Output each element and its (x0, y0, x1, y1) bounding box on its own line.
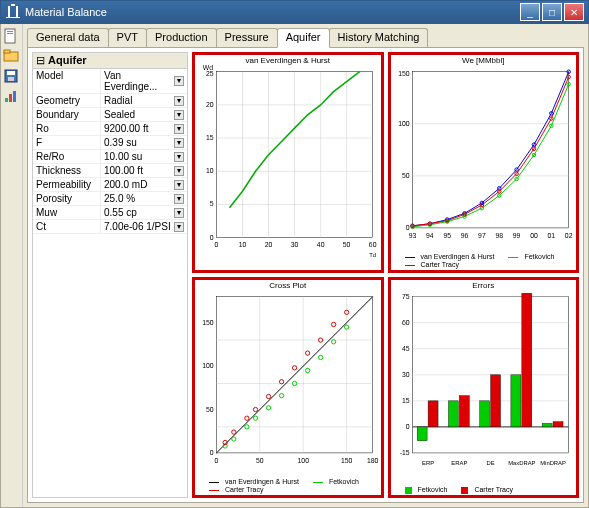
property-row[interactable]: Porosity25.0 %▾ (33, 192, 187, 206)
svg-text:150: 150 (398, 70, 410, 77)
dropdown-icon[interactable]: ▾ (174, 124, 184, 134)
svg-text:MinDRAP: MinDRAP (540, 460, 566, 466)
svg-text:99: 99 (512, 232, 520, 239)
chart-cross-plot[interactable]: Cross Plot 050100150 (195, 280, 381, 495)
property-name: Permeability (33, 178, 101, 191)
property-value[interactable]: 7.00e-06 1/PSI▾ (101, 220, 187, 233)
property-value[interactable]: Sealed▾ (101, 108, 187, 121)
svg-point-122 (305, 351, 309, 355)
svg-text:20: 20 (206, 101, 214, 108)
svg-text:Td: Td (369, 252, 376, 258)
tab-pvt[interactable]: PVT (108, 28, 147, 47)
tab-aquifer[interactable]: Aquifer (277, 28, 330, 48)
svg-text:100: 100 (398, 120, 410, 127)
minimize-button[interactable]: _ (520, 3, 540, 21)
property-row[interactable]: Re/Ro10.00 su▾ (33, 150, 187, 164)
dropdown-icon[interactable]: ▾ (174, 110, 184, 120)
svg-rect-138 (459, 396, 469, 427)
chart-frame-crossplot: Cross Plot 050100150 (192, 277, 384, 498)
tab-pressure[interactable]: Pressure (216, 28, 278, 47)
svg-text:30: 30 (401, 371, 409, 378)
property-row[interactable]: BoundarySealed▾ (33, 108, 187, 122)
chart-van-everdingen-hurst[interactable]: van Everdingen & Hurst (195, 55, 381, 270)
svg-text:0: 0 (215, 457, 219, 464)
chart-legend: van Everdingen & Hurst Fetkovich Carter … (405, 253, 575, 269)
dropdown-icon[interactable]: ▾ (174, 166, 184, 176)
svg-text:60: 60 (401, 319, 409, 326)
svg-text:150: 150 (341, 457, 353, 464)
svg-point-117 (245, 416, 249, 420)
svg-text:10: 10 (239, 241, 247, 248)
tab-production[interactable]: Production (146, 28, 217, 47)
svg-text:60: 60 (369, 241, 377, 248)
title-bar: Material Balance _ □ ✕ (0, 0, 589, 24)
property-name: F (33, 136, 101, 149)
property-row[interactable]: Permeability200.0 mD▾ (33, 178, 187, 192)
save-icon[interactable] (3, 68, 19, 84)
property-row[interactable]: GeometryRadial▾ (33, 94, 187, 108)
property-name: Porosity (33, 192, 101, 205)
svg-text:15: 15 (401, 397, 409, 404)
chart-title: We [MMbbl] (391, 56, 577, 65)
dropdown-icon[interactable]: ▾ (174, 208, 184, 218)
property-row[interactable]: Thickness100.00 ft▾ (33, 164, 187, 178)
svg-rect-144 (553, 422, 563, 427)
dropdown-icon[interactable]: ▾ (174, 152, 184, 162)
svg-rect-140 (490, 375, 500, 427)
svg-text:100: 100 (202, 362, 214, 369)
svg-text:10: 10 (206, 167, 214, 174)
svg-rect-2 (6, 17, 20, 18)
property-value[interactable]: 10.00 su▾ (101, 150, 187, 163)
document-icon[interactable] (3, 28, 19, 44)
property-value[interactable]: 200.0 mD▾ (101, 178, 187, 191)
dropdown-icon[interactable]: ▾ (174, 180, 184, 190)
chart-icon[interactable] (3, 88, 19, 104)
close-button[interactable]: ✕ (564, 3, 584, 21)
property-row[interactable]: Ct7.00e-06 1/PSI▾ (33, 220, 187, 234)
property-row[interactable]: Muw0.55 cp▾ (33, 206, 187, 220)
property-row[interactable]: F0.39 su▾ (33, 136, 187, 150)
property-grid[interactable]: Aquifer ModelVan Everdinge...▾GeometryRa… (32, 52, 188, 498)
svg-text:98: 98 (495, 232, 503, 239)
svg-text:20: 20 (265, 241, 273, 248)
property-value[interactable]: 9200.00 ft▾ (101, 122, 187, 135)
dropdown-icon[interactable]: ▾ (174, 222, 184, 232)
property-row[interactable]: Ro9200.00 ft▾ (33, 122, 187, 136)
property-name: Geometry (33, 94, 101, 107)
dropdown-icon[interactable]: ▾ (174, 96, 184, 106)
svg-text:97: 97 (478, 232, 486, 239)
svg-text:40: 40 (317, 241, 325, 248)
property-value[interactable]: Van Everdinge...▾ (101, 69, 187, 93)
svg-text:DE: DE (486, 460, 494, 466)
folder-icon[interactable] (3, 48, 19, 64)
svg-rect-136 (428, 401, 438, 427)
svg-text:100: 100 (298, 457, 310, 464)
sidebar-toolbar (1, 24, 23, 507)
svg-text:15: 15 (206, 134, 214, 141)
tab-general-data[interactable]: General data (27, 28, 109, 47)
svg-text:93: 93 (408, 232, 416, 239)
chart-errors[interactable]: Errors -1501530456075 ERPERAPDEMaxDRAPMi… (391, 280, 577, 495)
property-value[interactable]: 25.0 %▾ (101, 192, 187, 205)
property-value[interactable]: 100.00 ft▾ (101, 164, 187, 177)
property-value[interactable]: 0.39 su▾ (101, 136, 187, 149)
maximize-button[interactable]: □ (542, 3, 562, 21)
dropdown-icon[interactable]: ▾ (174, 76, 184, 86)
chart-frame-veh: van Everdingen & Hurst (192, 52, 384, 273)
svg-text:75: 75 (401, 293, 409, 300)
property-section-header[interactable]: Aquifer (33, 53, 187, 69)
dropdown-icon[interactable]: ▾ (174, 194, 184, 204)
tab-history-matching[interactable]: History Matching (329, 28, 429, 47)
chart-title: Errors (391, 281, 577, 290)
svg-point-113 (331, 340, 335, 344)
svg-point-111 (305, 368, 309, 372)
property-value[interactable]: Radial▾ (101, 94, 187, 107)
svg-text:5: 5 (210, 200, 214, 207)
content-area: General data PVT Production Pressure Aqu… (0, 24, 589, 508)
property-row[interactable]: ModelVan Everdinge...▾ (33, 69, 187, 94)
dropdown-icon[interactable]: ▾ (174, 138, 184, 148)
svg-text:0: 0 (215, 241, 219, 248)
property-value[interactable]: 0.55 cp▾ (101, 206, 187, 219)
chart-we-mmbbl[interactable]: We [MMbbl] 050100150 9394959697989 (391, 55, 577, 270)
svg-rect-12 (5, 98, 8, 102)
